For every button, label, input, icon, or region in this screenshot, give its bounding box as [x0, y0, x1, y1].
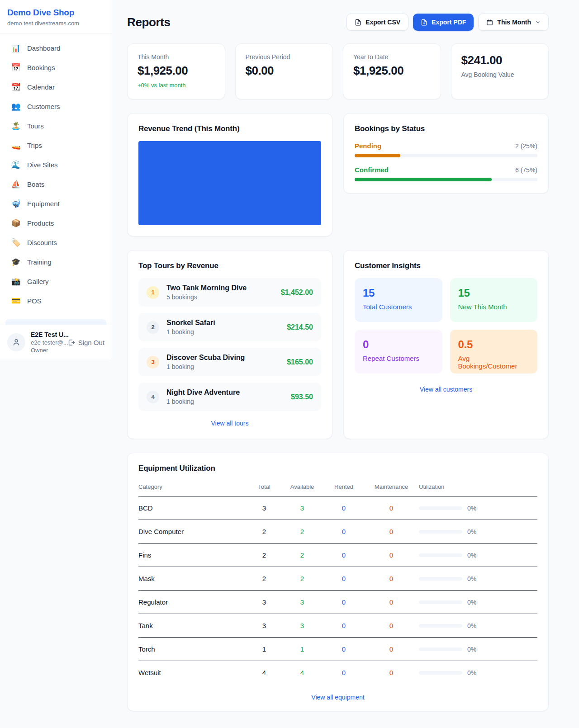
cell-utilization: 0%: [467, 552, 476, 559]
sidebar-nav: 📊 Dashboard 📅 Bookings 📆 Calendar 👥 Cust…: [0, 33, 112, 319]
equipment-row-wetsuit: Wetsuit 4 4 0 0 0%: [138, 661, 537, 685]
column-header-utilization: Utilization: [419, 480, 537, 496]
tour-rank-badge: 4: [147, 391, 159, 403]
status-label: Confirmed: [355, 166, 389, 174]
tour-revenue: $214.50: [287, 323, 313, 331]
tour-bookings: 1 booking: [166, 328, 280, 336]
equipment-utilization-title: Equipment Utilization: [138, 464, 537, 473]
sidebar-item-dive-sites[interactable]: 🌊 Dive Sites: [5, 155, 106, 175]
sidebar-item-gallery[interactable]: 📸 Gallery: [5, 272, 106, 291]
sidebar-item-reports-highlight[interactable]: [5, 319, 106, 325]
customers-icon: 👥: [11, 103, 21, 110]
equipment-icon: 🤿: [11, 200, 21, 208]
sidebar-item-label: Dashboard: [27, 44, 60, 52]
sidebar-item-discounts[interactable]: 🏷️ Discounts: [5, 233, 106, 252]
insight-label: Repeat Customers: [363, 355, 434, 362]
tour-name: Snorkel Safari: [166, 319, 280, 327]
user-meta: E2E Test U... e2e-tester@... Owner: [31, 331, 62, 354]
sidebar-item-training[interactable]: 🎓 Training: [5, 252, 106, 272]
insight-tile-repeat-customers: 0 Repeat Customers: [355, 330, 442, 373]
cell-category: Dive Computer: [138, 520, 248, 544]
sidebar-item-boats[interactable]: ⛵ Boats: [5, 175, 106, 194]
top-tours-card: Top Tours by Revenue 1 Two Tank Morning …: [127, 250, 332, 439]
sidebar-item-label: Products: [27, 219, 54, 227]
equipment-row-dive-computer: Dive Computer 2 2 0 0 0%: [138, 520, 537, 544]
user-email: e2e-tester@...: [31, 339, 62, 346]
insight-value: 15: [363, 287, 434, 299]
bookings-by-status-card: Bookings by Status Pending 2 (25%) Confi…: [343, 113, 549, 194]
sidebar-item-pos[interactable]: 💳 POS: [5, 291, 106, 311]
stat-label: Year to Date: [353, 53, 431, 61]
sign-out-button[interactable]: Sign Out: [67, 339, 104, 346]
sidebar-item-dashboard[interactable]: 📊 Dashboard: [5, 38, 106, 58]
status-bar-track: [355, 154, 537, 157]
gallery-icon: 📸: [11, 278, 21, 285]
bookings-by-status-title: Bookings by Status: [355, 124, 537, 133]
sidebar-item-products[interactable]: 📦 Products: [5, 213, 106, 233]
bookings-icon: 📅: [11, 64, 21, 71]
sidebar-item-label: Discounts: [27, 239, 57, 246]
cell-rented: 0: [324, 614, 364, 638]
cell-total: 4: [248, 661, 280, 685]
person-icon: [12, 338, 21, 347]
export-csv-button[interactable]: Export CSV: [346, 14, 408, 31]
sidebar: Demo Dive Shop demo.test.divestreams.com…: [0, 0, 112, 359]
customer-insights-card: Customer Insights 15 Total Customers 15 …: [343, 250, 549, 439]
status-bar-track: [355, 178, 537, 181]
view-all-tours-link[interactable]: View all tours: [211, 420, 248, 427]
status-bar-fill: [355, 154, 400, 157]
tour-name: Discover Scuba Diving: [166, 354, 280, 362]
cell-category: Fins: [138, 544, 248, 567]
insight-label: Total Customers: [363, 303, 434, 311]
file-download-icon: [421, 19, 427, 26]
column-header-total: Total: [248, 480, 280, 496]
sidebar-item-label: Equipment: [27, 200, 60, 208]
status-count: 2 (25%): [515, 142, 537, 150]
utilization-bar: [419, 600, 462, 604]
cell-rented: 0: [324, 567, 364, 591]
cell-utilization: 0%: [467, 669, 476, 676]
sidebar-item-equipment[interactable]: 🤿 Equipment: [5, 194, 106, 213]
view-all-customers-link[interactable]: View all customers: [420, 386, 472, 393]
dive-sites-icon: 🌊: [11, 161, 21, 169]
cell-total: 3: [248, 591, 280, 614]
sidebar-item-customers[interactable]: 👥 Customers: [5, 97, 106, 116]
stat-label: Previous Period: [246, 53, 323, 61]
tour-name: Night Dive Adventure: [166, 388, 284, 397]
sidebar-item-bookings[interactable]: 📅 Bookings: [5, 58, 106, 77]
cell-total: 3: [248, 496, 280, 520]
main-content: Reports Export CSV Export PDF: [127, 0, 549, 711]
top-tours-title: Top Tours by Revenue: [138, 261, 321, 270]
customer-insights-title: Customer Insights: [355, 261, 537, 270]
sidebar-item-trips[interactable]: 🚤 Trips: [5, 136, 106, 155]
view-all-equipment-link[interactable]: View all equipment: [311, 694, 364, 701]
status-row-pending: Pending 2 (25%): [355, 142, 537, 157]
utilization-bar: [419, 553, 462, 557]
sidebar-item-label: Training: [27, 258, 52, 266]
equipment-row-regulator: Regulator 3 3 0 0 0%: [138, 591, 537, 614]
user-box: E2E Test U... e2e-tester@... Owner Sign …: [0, 325, 112, 359]
sign-out-icon: [67, 339, 75, 346]
stat-card-avg-booking-value: $241.00Avg Booking Value: [451, 43, 549, 99]
equipment-row-fins: Fins 2 2 0 0 0%: [138, 544, 537, 567]
utilization-bar: [419, 648, 462, 651]
cell-rented: 0: [324, 496, 364, 520]
sidebar-item-label: Customers: [27, 103, 60, 110]
cell-category: Torch: [138, 638, 248, 661]
period-selector[interactable]: This Month: [478, 14, 549, 31]
avatar: [7, 333, 25, 351]
column-header-maintenance: Maintenance: [364, 480, 419, 496]
cell-category: Tank: [138, 614, 248, 638]
sidebar-item-label: Tours: [27, 122, 44, 130]
utilization-bar: [419, 506, 462, 510]
cell-available: 2: [280, 544, 324, 567]
export-pdf-button[interactable]: Export PDF: [413, 14, 474, 31]
shop-domain: demo.test.divestreams.com: [7, 20, 104, 27]
cell-maintenance: 0: [364, 520, 419, 544]
export-pdf-label: Export PDF: [432, 19, 466, 26]
tour-revenue: $165.00: [287, 358, 313, 366]
sidebar-item-tours[interactable]: 🏝️ Tours: [5, 116, 106, 136]
equipment-row-tank: Tank 3 3 0 0 0%: [138, 614, 537, 638]
cell-maintenance: 0: [364, 661, 419, 685]
sidebar-item-calendar[interactable]: 📆 Calendar: [5, 77, 106, 97]
